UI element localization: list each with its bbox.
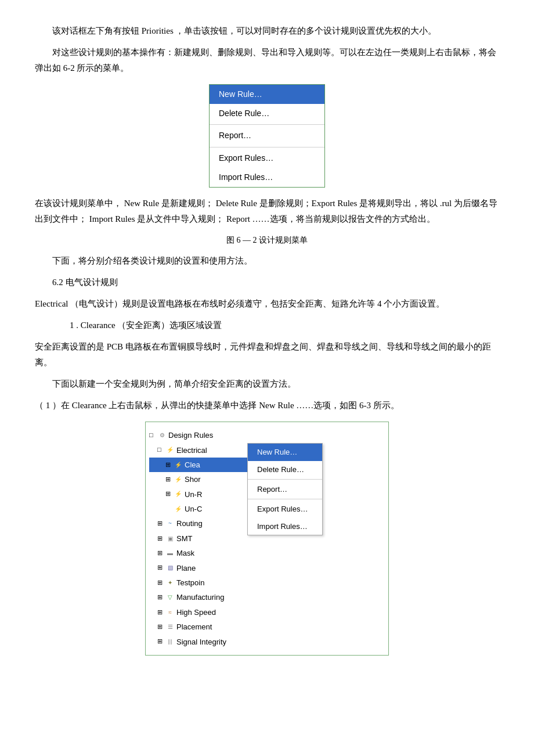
icon-signal-integrity: ||| [165, 637, 175, 646]
label-placement: Placement [176, 620, 212, 633]
ctx-item-importrules: Import Rules… [248, 518, 322, 535]
tree-context-menu-diagram: □ ⚙ Design Rules □ ⚡ Electrical ⊞ ⚡ Clea… [145, 422, 389, 656]
expander-placement: ⊞ [157, 621, 164, 633]
expander-electrical: □ [157, 444, 164, 456]
paragraph-3: 在该设计规则菜单中， New Rule 是新建规则； Delete Rule 是… [35, 196, 499, 227]
menu-item-report: Report… [210, 126, 324, 145]
icon-highspeed: ≈ [165, 608, 175, 617]
expander-testpoint: ⊞ [157, 577, 164, 589]
paragraph-8: （ 1 ）在 Clearance 上右击鼠标，从弹出的快捷菜单中选择 New R… [35, 398, 499, 413]
sub-heading-1: 1 . Clearance （安全距离）选项区域设置 [35, 318, 499, 333]
icon-routing: ~ [165, 519, 175, 528]
label-plane: Plane [176, 561, 196, 575]
label-electrical: Electrical [176, 444, 207, 457]
ctx-item-newrule: New Rule… [248, 444, 322, 460]
ctx-item-report: Report… [248, 481, 322, 498]
icon-unr: ⚡ [174, 489, 183, 499]
tree-panel: □ ⚙ Design Rules □ ⚡ Electrical ⊞ ⚡ Clea… [146, 426, 247, 651]
expander-plane: ⊞ [157, 562, 164, 574]
icon-unc: ⚡ [174, 505, 183, 514]
tree-item-unc: ⚡ Un-C [149, 502, 247, 516]
icon-manufacturing: ▽ [165, 593, 175, 602]
menu-separator-2 [210, 147, 324, 147]
menu-item-importrules: Import Rules… [210, 168, 324, 187]
expander-designrules: □ [149, 430, 156, 441]
menu-item-exportrules: Export Rules… [210, 149, 324, 168]
tree-item-routing: ⊞ ~ Routing [149, 516, 247, 531]
label-mask: Mask [176, 546, 194, 560]
tree-item-short: ⊞ ⚡ Shor [149, 472, 247, 487]
paragraph-5: Electrical （电气设计）规则是设置电路板在布线时必须遵守，包括安全距离… [35, 296, 499, 312]
label-routing: Routing [176, 517, 203, 530]
context-menu-panel: New Rule… Delete Rule… Report… Export Ru… [247, 443, 323, 535]
label-testpoint: Testpoin [176, 576, 204, 589]
label-manufacturing: Manufacturing [176, 591, 224, 604]
expander-highspeed: ⊞ [157, 607, 164, 618]
paragraph-6: 安全距离设置的是 PCB 电路板在布置铜膜导线时，元件焊盘和焊盘之间、焊盘和导线… [35, 339, 499, 370]
tree-item-unr: ⊞ ⚡ Un-R [149, 487, 247, 502]
ctx-item-deleterule: Delete Rule… [248, 461, 322, 478]
expander-mask: ⊞ [157, 548, 164, 559]
expander-signal: ⊞ [157, 636, 164, 647]
paragraph-7: 下面以新建一个安全规则为例，简单介绍安全距离的设置方法。 [35, 376, 499, 392]
tree-item-smt: ⊞ ▣ SMT [149, 531, 247, 546]
expander-short: ⊞ [165, 474, 172, 485]
menu-item-newrule: New Rule… [210, 85, 324, 104]
label-short: Shor [185, 473, 200, 486]
menu-item-deleterule: Delete Rule… [210, 104, 324, 123]
ctx-item-exportrules: Export Rules… [248, 501, 322, 517]
tree-item-highspeed: ⊞ ≈ High Speed [149, 605, 247, 620]
expander-routing: ⊞ [157, 518, 164, 530]
tree-item-manufacturing: ⊞ ▽ Manufacturing [149, 590, 247, 604]
icon-designrules: ⚙ [157, 431, 167, 440]
paragraph-2: 对这些设计规则的基本操作有：新建规则、删除规则、导出和导入规则等。可以在左边任一… [35, 45, 499, 76]
expander-unr: ⊞ [165, 488, 172, 500]
section-62-heading: 6.2 电气设计规则 [35, 275, 499, 290]
label-signal-integrity: Signal Integrity [176, 635, 226, 649]
paragraph-4: 下面，将分别介绍各类设计规则的设置和使用方法。 [35, 253, 499, 269]
label-designrules: Design Rules [168, 429, 213, 442]
tree-item-clearance: ⊞ ⚡ Clea [149, 458, 247, 472]
paragraph-1: 该对话框左下角有按钮 Priorities ，单击该按钮，可以对同时存在的多个设… [35, 23, 499, 39]
menu-separator-1 [210, 124, 324, 125]
icon-testpoint: ✦ [165, 578, 175, 588]
ctx-separator-2 [248, 499, 322, 499]
tree-item-electrical: □ ⚡ Electrical [149, 443, 247, 458]
label-highspeed: High Speed [176, 606, 216, 619]
label-clearance: Clea [185, 458, 200, 471]
tree-item-designrules: □ ⚙ Design Rules [149, 428, 247, 442]
label-unr: Un-R [185, 488, 202, 501]
icon-short: ⚡ [174, 475, 183, 484]
label-unc: Un-C [185, 502, 202, 516]
icon-clearance: ⚡ [174, 460, 183, 470]
tree-item-mask: ⊞ ▬ Mask [149, 546, 247, 560]
icon-smt: ▣ [165, 534, 175, 543]
tree-item-signal-integrity: ⊞ ||| Signal Integrity [149, 635, 247, 649]
ctx-separator-1 [248, 479, 322, 480]
expander-manufacturing: ⊞ [157, 592, 164, 603]
icon-plane: ▧ [165, 563, 175, 573]
tree-item-placement: ⊞ ☰ Placement [149, 620, 247, 634]
icon-mask: ▬ [165, 549, 175, 558]
icon-electrical: ⚡ [165, 445, 175, 455]
caption-fig62: 图 6 — 2 设计规则菜单 [35, 233, 499, 247]
expander-smt: ⊞ [157, 533, 164, 545]
expander-clearance: ⊞ [165, 459, 172, 471]
tree-item-plane: ⊞ ▧ Plane [149, 561, 247, 575]
icon-placement: ☰ [165, 622, 175, 632]
label-smt: SMT [176, 532, 192, 545]
context-menu-diagram-1: New Rule… Delete Rule… Report… Export Ru… [209, 84, 325, 188]
tree-item-testpoint: ⊞ ✦ Testpoin [149, 575, 247, 590]
